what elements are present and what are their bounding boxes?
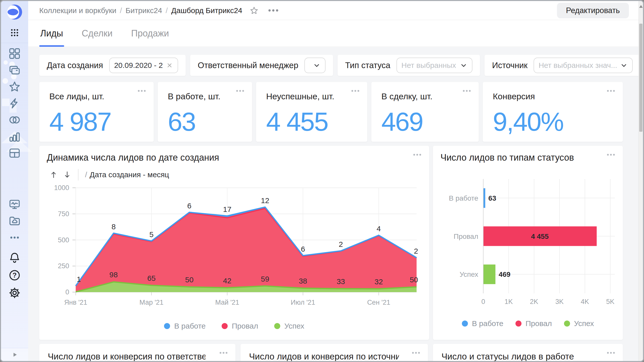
nav-connections-icon[interactable] — [8, 96, 22, 110]
legend-item[interactable]: Провал — [515, 319, 552, 328]
sidebar-nav — [8, 47, 22, 160]
nav-storage-icon[interactable] — [8, 214, 22, 228]
svg-text:5K: 5K — [606, 298, 614, 305]
expand-icon — [10, 350, 19, 359]
chart-title: Динамика числа лидов по дате создания — [47, 152, 422, 163]
svg-text:12: 12 — [261, 196, 269, 205]
svg-text:38: 38 — [299, 277, 307, 285]
svg-text:1000: 1000 — [54, 184, 69, 192]
more-menu-icon[interactable] — [218, 350, 229, 355]
nav-more-icon[interactable] — [8, 231, 22, 245]
datalens-logo[interactable] — [7, 4, 23, 20]
filter-manager: Ответственный менеджер Нет ... — [190, 55, 333, 76]
chart-title: Число и статусы лидов в работе — [441, 351, 594, 361]
chevron-down-icon — [460, 62, 467, 69]
chart-title: Число лидов по типам статусов — [440, 152, 615, 163]
filter-status-type: Тип статуса Нет выбранных зна... — [338, 55, 480, 76]
more-menu-icon[interactable] — [235, 88, 246, 93]
tab-leads[interactable]: Лиды — [39, 20, 64, 47]
chart-title: Число лидов и конверсия по источникам — [249, 351, 399, 361]
sort-controls: / Дата создания - месяц — [47, 169, 422, 180]
leads-in-progress-card: Число и статусы лидов в работе — [433, 344, 623, 361]
sort-desc-icon[interactable] — [60, 169, 74, 180]
nav-grid-icon[interactable] — [8, 47, 22, 61]
breadcrumb: Коллекции и воркбуки / Битрикс24 / Дашбо… — [39, 6, 242, 15]
more-menu-icon[interactable] — [412, 152, 423, 157]
date-range-input[interactable]: 20.09.2020 - 20.09.20 — [109, 58, 178, 73]
sort-asc-icon[interactable] — [47, 169, 60, 180]
tab-deals[interactable]: Сделки — [81, 20, 114, 47]
select-placeholder: Нет выбранных зна... — [401, 61, 457, 70]
leads-dynamics-chart-card: Динамика числа лидов по дате создания — [39, 146, 429, 340]
bar-chart[interactable]: 01K2K3K4K5KВ работе63Провал4 455Успех469 — [440, 174, 615, 315]
more-menu-icon[interactable] — [136, 88, 147, 93]
svg-text:Мар '21: Мар '21 — [139, 299, 164, 306]
svg-text:2: 2 — [339, 240, 343, 248]
legend-item[interactable]: Успех — [274, 322, 304, 330]
kpi-value: 9,40% — [493, 107, 614, 137]
header-more-menu-icon[interactable] — [266, 7, 280, 14]
more-menu-icon[interactable] — [606, 152, 616, 157]
svg-text:Успех: Успех — [460, 270, 478, 278]
nav-collections-icon[interactable] — [8, 63, 22, 77]
svg-text:8: 8 — [111, 222, 116, 231]
gear-icon[interactable] — [8, 286, 22, 300]
bell-icon[interactable] — [8, 251, 22, 265]
kpi-label: В работе, шт. — [168, 92, 243, 101]
chevron-down-icon — [620, 62, 628, 69]
more-menu-icon[interactable] — [461, 88, 472, 93]
nav-monitoring-icon[interactable] — [8, 197, 22, 211]
tab-sales[interactable]: Продажи — [130, 20, 170, 47]
nav-charts-icon[interactable] — [8, 129, 22, 144]
kpi-label: Все лиды, шт. — [49, 92, 145, 101]
help-icon[interactable]: ? — [8, 268, 22, 282]
legend-item[interactable]: В работе — [462, 319, 503, 328]
svg-text:65: 65 — [147, 274, 155, 282]
more-menu-icon[interactable] — [411, 350, 421, 355]
more-menu-icon[interactable] — [350, 88, 361, 93]
filter-source: Источник Нет выбранных знач... — [485, 55, 640, 76]
kpi-in-progress: В работе, шт. 63 — [158, 82, 252, 142]
nav-dashboards-icon[interactable] — [8, 146, 22, 160]
svg-text:Сен '21: Сен '21 — [367, 299, 390, 306]
kpi-value: 4 455 — [266, 107, 358, 137]
source-select[interactable]: Нет выбранных знач... — [534, 58, 633, 73]
clear-filter-icon[interactable] — [166, 62, 173, 69]
sidebar: ? — [1, 1, 28, 361]
legend-item[interactable]: Провал — [222, 322, 258, 330]
manager-select[interactable]: Нет ... — [304, 58, 326, 73]
more-menu-icon[interactable] — [606, 350, 616, 355]
sidebar-expand[interactable] — [1, 348, 28, 361]
sort-field-prefix: / — [85, 170, 87, 179]
scrollbar-thumb[interactable] — [639, 24, 642, 132]
svg-text:50: 50 — [410, 276, 418, 284]
more-menu-icon[interactable] — [606, 88, 616, 93]
svg-text:63: 63 — [488, 194, 496, 202]
sidebar-divider — [1, 43, 28, 43]
chart-title: Число лидов и конверсия по ответственн..… — [48, 351, 206, 361]
svg-text:В работе: В работе — [449, 194, 478, 202]
breadcrumb-workbook[interactable]: Битрикс24 — [126, 6, 162, 15]
scrollbar[interactable] — [638, 1, 643, 361]
scrollbar-up-arrow[interactable] — [639, 5, 643, 8]
favorite-star-icon[interactable] — [249, 6, 259, 15]
edit-button[interactable]: Редактировать — [557, 3, 629, 18]
legend-item[interactable]: Успех — [564, 319, 594, 328]
chevron-down-icon — [313, 62, 320, 69]
svg-text:98: 98 — [109, 270, 118, 279]
apps-grid-icon[interactable] — [8, 26, 22, 40]
filter-date-created: Дата создания 20.09.2020 - 20.09.20 — [39, 55, 186, 76]
sort-field-label[interactable]: Дата создания - месяц — [90, 170, 169, 179]
select-placeholder: Нет ... — [309, 61, 310, 70]
bottom-cards-row: Число лидов и конверсия по ответственн..… — [39, 344, 623, 361]
area-chart-legend: В работе Провал Успех — [47, 322, 422, 330]
nav-favorites-icon[interactable] — [8, 80, 22, 94]
legend-item[interactable]: В работе — [164, 322, 206, 330]
nav-datasets-icon[interactable] — [8, 113, 22, 127]
area-chart[interactable]: 02505007501000Янв '21Мар '21Май '21Июл '… — [47, 182, 422, 317]
status-type-select[interactable]: Нет выбранных зна... — [396, 58, 472, 73]
filters-row: Дата создания 20.09.2020 - 20.09.20 Отве… — [39, 55, 623, 76]
breadcrumb-collections[interactable]: Коллекции и воркбуки — [39, 6, 116, 15]
svg-text:5: 5 — [149, 230, 154, 239]
svg-text:0: 0 — [481, 298, 485, 305]
